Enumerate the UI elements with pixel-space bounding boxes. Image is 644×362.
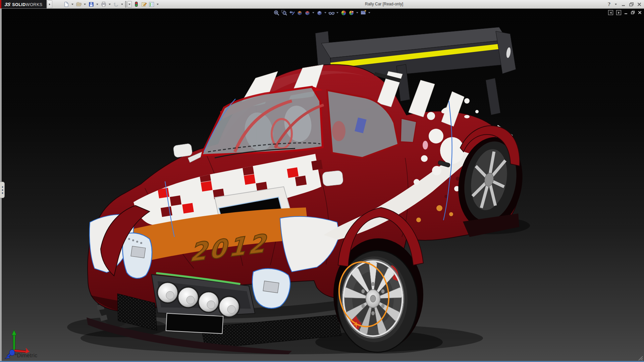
view-settings-button[interactable] (360, 9, 367, 16)
rally-car-model: 2012 (0, 9, 644, 361)
section-view-icon (297, 10, 303, 16)
open-dropdown-caret[interactable] (84, 4, 86, 5)
doc-minimize-button[interactable] (624, 11, 628, 14)
document-window-controls (608, 10, 642, 15)
standard-toolbar (63, 1, 160, 8)
apply-scene-caret[interactable] (356, 12, 358, 13)
view-orientation-cube-icon (304, 10, 311, 16)
toolbar-expander-button[interactable] (47, 0, 52, 8)
display-style-button[interactable] (316, 9, 323, 16)
display-style-caret[interactable] (324, 12, 326, 13)
hide-show-items-glasses-icon (328, 10, 335, 16)
minimize-button[interactable] (622, 2, 626, 6)
select-tool-button-active[interactable] (125, 1, 126, 8)
undo-dropdown-caret[interactable] (121, 4, 123, 5)
view-settings-icon (360, 10, 367, 16)
section-view-button[interactable] (296, 9, 303, 16)
doc-minimize-icon (624, 11, 628, 14)
rebuild-traffic-light-icon (133, 1, 139, 7)
apply-scene-button[interactable] (348, 9, 355, 16)
print-dropdown-caret[interactable] (109, 4, 111, 5)
view-orientation-button[interactable] (304, 9, 311, 16)
hide-show-items-button[interactable] (328, 9, 335, 16)
doc-restore-icon (631, 11, 635, 14)
heads-up-view-toolbar (273, 9, 371, 16)
toggle-panel-right-button[interactable] (616, 10, 621, 15)
solidworks-window: 3S SOLIDWORKS (0, 0, 644, 362)
options-checklist-icon (149, 1, 155, 7)
new-document-icon (63, 1, 69, 7)
zoom-to-fit-icon (273, 10, 280, 16)
save-button[interactable] (88, 1, 95, 8)
doc-restore-button[interactable] (631, 11, 635, 14)
close-button[interactable] (637, 2, 641, 6)
minimize-icon (622, 2, 626, 6)
doc-close-button[interactable] (638, 11, 642, 14)
document-title: Rally Car [Read-only] (365, 0, 403, 8)
edit-appearance-sphere-icon (340, 10, 347, 16)
logo-text-works: WORKS (26, 2, 43, 7)
previous-view-button[interactable] (288, 9, 295, 16)
save-floppy-icon (88, 1, 94, 7)
triangle-left-icon (2, 186, 3, 188)
undo-button[interactable] (113, 1, 119, 8)
open-folder-icon (76, 1, 82, 7)
zoom-to-area-icon (281, 10, 287, 16)
feature-panel-handle[interactable] (0, 182, 5, 198)
select-dropdown-button[interactable] (127, 1, 132, 8)
options-dropdown-caret[interactable] (157, 4, 159, 5)
dassault-3s-mark: 3S (4, 2, 11, 7)
file-properties-icon (141, 1, 147, 7)
window-controls: ? (608, 0, 641, 8)
resize-grip[interactable] (638, 356, 643, 361)
view-settings-caret[interactable] (368, 12, 370, 13)
select-dropdown-caret (128, 4, 130, 5)
previous-view-icon (289, 10, 295, 16)
undo-icon (113, 1, 119, 7)
edit-appearance-button[interactable] (340, 9, 347, 16)
new-dropdown-caret[interactable] (71, 4, 73, 5)
save-dropdown-caret[interactable] (96, 4, 98, 5)
help-dropdown-caret[interactable] (615, 4, 617, 5)
triangle-right-icon (49, 3, 50, 5)
solidworks-logo: 3S SOLIDWORKS (0, 0, 47, 8)
display-style-cube-icon (316, 10, 323, 16)
doc-close-icon (638, 11, 642, 14)
restore-icon (629, 2, 634, 6)
toggle-panel-right-icon (618, 12, 620, 14)
print-button[interactable] (100, 1, 107, 8)
new-document-button[interactable] (63, 1, 70, 8)
triangle-left-icon (2, 192, 3, 194)
toggle-panel-left-icon (610, 12, 611, 14)
file-properties-button[interactable] (141, 1, 147, 8)
toggle-panel-left-button[interactable] (608, 10, 613, 15)
zoom-to-fit-button[interactable] (273, 9, 280, 16)
apply-scene-sphere-icon (348, 10, 355, 16)
triangle-left-icon (2, 189, 3, 191)
logo-text-solid: SOLID (12, 2, 26, 7)
restore-button[interactable] (629, 2, 634, 6)
window-edge-accent (0, 0, 1, 8)
print-icon (101, 1, 107, 7)
rebuild-button[interactable] (133, 1, 140, 8)
close-icon (637, 2, 641, 6)
zoom-to-area-button[interactable] (281, 9, 287, 16)
help-icon[interactable]: ? (608, 2, 610, 7)
title-bar: 3S SOLIDWORKS (0, 0, 644, 9)
view-orientation-label: *Dimetric (15, 353, 38, 359)
hide-show-items-caret[interactable] (336, 12, 338, 13)
graphics-area[interactable]: 2012 (0, 9, 644, 361)
options-button[interactable] (148, 1, 155, 8)
open-button[interactable] (75, 1, 82, 8)
view-orientation-caret[interactable] (312, 12, 314, 13)
